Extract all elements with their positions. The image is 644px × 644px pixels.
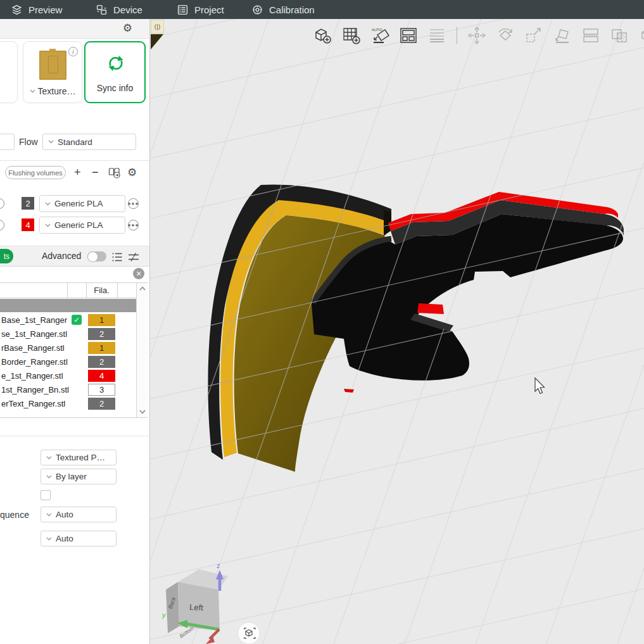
filament-chip[interactable]: 3 (88, 384, 115, 396)
tab-preview[interactable]: Preview (11, 4, 62, 15)
toolbar-divider (457, 27, 457, 44)
print-sequence-select[interactable]: Auto (41, 507, 117, 522)
table-row[interactable]: Base_1st_Ranger ✓ 1 (0, 313, 136, 327)
table-row[interactable]: e_1st_Ranger.stl 4 (0, 369, 136, 382)
table-row[interactable]: erText_Ranger.stl 2 (0, 396, 136, 410)
filament-chip[interactable]: 1 (88, 314, 115, 326)
axis-x (210, 629, 219, 639)
tab-device[interactable]: Device (96, 4, 142, 15)
viewport-toolbar: AUTO (312, 23, 644, 48)
chevron-down-icon (46, 456, 52, 460)
variable-layer-icon[interactable] (426, 24, 448, 47)
flushing-settings-gear-icon[interactable]: ⚙ (127, 167, 137, 178)
advanced-toggle[interactable] (87, 251, 106, 262)
textured-plate-image (39, 51, 66, 80)
filament-chip[interactable]: 2 (88, 398, 115, 410)
viewport-3d[interactable]: ⟨|⟩ (150, 19, 644, 644)
mode-bar: ts Advanced (0, 246, 149, 267)
plate-corner-marker (151, 34, 163, 49)
device-icon (96, 4, 107, 15)
table-row[interactable]: se_1st_Ranger.stl 2 (0, 327, 136, 341)
filament-select-1[interactable]: Generic PLA (39, 195, 125, 212)
plate-type-select[interactable]: Textured P… (41, 450, 117, 465)
table-scrollbar[interactable] (136, 283, 148, 417)
object-name: rBase_Ranger.stl (1, 343, 65, 353)
assembly-icon[interactable] (636, 24, 644, 47)
table-row[interactable]: Border_Ranger.stl 2 (0, 355, 136, 369)
filament-edit-icon-partial[interactable] (0, 198, 4, 209)
add-filament-icon[interactable]: + (74, 167, 81, 178)
slicer-app: Preview Device Project Calibration ⚙ i T… (0, 0, 644, 644)
toggle-knob (87, 251, 98, 262)
object-name: e_1st_Ranger.stl (1, 371, 63, 381)
filament-chip[interactable]: 2 (88, 328, 115, 340)
chevron-down-icon (45, 224, 51, 227)
flushing-volumes-button[interactable]: Flushing volumes (5, 166, 66, 179)
plate-type-card[interactable]: i Texture… (23, 41, 82, 103)
remove-filament-icon[interactable]: − (92, 167, 99, 178)
model-3d (208, 184, 624, 472)
chevron-down-icon (46, 537, 52, 541)
filament-menu-icon[interactable]: ●●● (128, 220, 139, 230)
table-row[interactable]: 1st_Ranger_Bn.stl 3 (0, 382, 136, 396)
tab-calibration[interactable]: Calibration (252, 4, 315, 15)
table-header: Fila. (0, 283, 136, 298)
chevron-down-icon (45, 202, 51, 206)
sync-info-label: Sync info (85, 83, 144, 93)
filament-select-2[interactable]: Generic PLA (39, 217, 125, 234)
filament-edit-icon-partial[interactable] (0, 220, 4, 230)
objects-tab-partial[interactable]: ts (0, 249, 13, 263)
checkbox-checked-icon[interactable]: ✓ (72, 315, 82, 325)
cube-face-left-label: Left (189, 602, 204, 612)
section-divider (0, 160, 149, 161)
object-table: Fila. Base_1st_Ranger ✓ 1 se_1st_Ranger.… (0, 282, 148, 418)
place-on-face-icon[interactable] (551, 24, 574, 47)
svg-text:AUTO: AUTO (372, 28, 382, 32)
add-plate-icon[interactable] (340, 24, 363, 47)
filament-menu-icon[interactable]: ●●● (128, 198, 139, 209)
option-checkbox[interactable] (41, 490, 51, 500)
auto-orient-icon[interactable]: AUTO (369, 24, 391, 47)
add-model-icon[interactable] (312, 24, 334, 47)
list-view-icon[interactable] (111, 252, 123, 262)
move-icon[interactable] (465, 24, 488, 47)
flow-select[interactable]: Standard (42, 134, 136, 150)
nozzle-field-partial[interactable] (0, 134, 15, 150)
filament-index-chip[interactable]: 4 (22, 218, 34, 231)
rotate-icon[interactable] (494, 24, 517, 47)
info-icon[interactable]: i (68, 47, 78, 56)
scroll-up-icon[interactable] (139, 286, 146, 291)
table-row[interactable]: rBase_Ranger.stl 1 (0, 341, 136, 355)
model-red-tab (417, 303, 444, 314)
mirror-icon[interactable] (608, 24, 631, 47)
filament-index-chip[interactable]: 2 (22, 197, 34, 210)
printer-card-partial[interactable] (0, 41, 18, 103)
filament-chip[interactable]: 2 (88, 356, 115, 368)
mouse-cursor (535, 378, 545, 394)
chevron-down-icon (46, 513, 52, 517)
collapse-panel-icon[interactable]: ⟨|⟩ (151, 20, 164, 34)
cut-icon[interactable] (579, 24, 602, 47)
scroll-down-icon[interactable] (139, 410, 146, 414)
model-red-sliver (344, 389, 354, 393)
fit-view-button[interactable] (238, 622, 260, 644)
printer-settings-gear-icon[interactable]: ⚙ (123, 23, 132, 34)
print-order-select[interactable]: Auto (41, 531, 117, 546)
ams-sync-icon[interactable] (108, 167, 121, 179)
chevron-down-icon (46, 475, 52, 479)
calibration-icon (252, 4, 263, 15)
tab-project[interactable]: Project (177, 4, 224, 15)
object-name: Base_1st_Ranger (1, 315, 67, 325)
flow-label: Flow (19, 137, 38, 147)
arrange-icon[interactable] (397, 24, 420, 47)
slicing-mode-select[interactable]: By layer (41, 469, 117, 484)
filament-chip[interactable]: 1 (88, 342, 115, 354)
sync-info-card[interactable]: Sync info (84, 41, 146, 103)
filament-chip[interactable]: 4 (88, 370, 115, 382)
close-table-icon[interactable]: ✕ (133, 268, 144, 279)
table-row-selected[interactable] (0, 299, 136, 312)
tune-icon[interactable] (128, 252, 139, 262)
nav-cube[interactable]: Back Left Bottom z y (161, 562, 228, 644)
panel-header-strip: ⚙ (0, 19, 149, 39)
scale-icon[interactable] (522, 24, 545, 47)
